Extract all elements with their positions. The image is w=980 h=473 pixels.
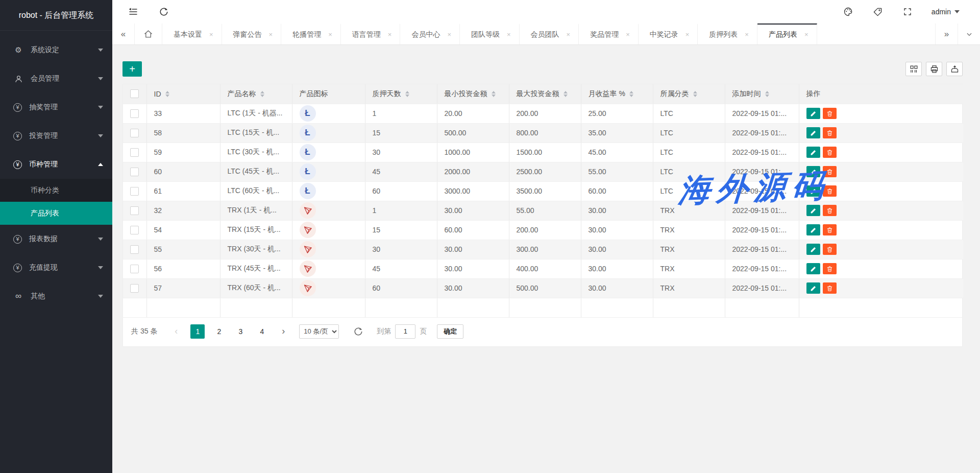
sort-desc-icon[interactable] xyxy=(564,94,568,97)
print-button[interactable] xyxy=(926,62,942,76)
sort-asc-icon[interactable] xyxy=(492,91,496,93)
column-header-最小投资金额[interactable]: 最小投资金额 xyxy=(437,84,509,104)
sort-icon[interactable] xyxy=(492,91,496,97)
sort-desc-icon[interactable] xyxy=(765,94,769,97)
row-checkbox[interactable] xyxy=(130,129,139,137)
column-header-所属分类[interactable]: 所属分类 xyxy=(653,84,725,104)
tab-团队等级[interactable]: 团队等级× xyxy=(460,23,520,44)
tab-close-icon[interactable]: × xyxy=(507,31,511,38)
row-checkbox[interactable] xyxy=(130,148,139,157)
tab-close-icon[interactable]: × xyxy=(269,31,273,38)
tab-close-icon[interactable]: × xyxy=(804,31,808,38)
column-header-质押天数[interactable]: 质押天数 xyxy=(365,84,437,104)
delete-button[interactable] xyxy=(823,147,837,158)
edit-button[interactable] xyxy=(806,108,820,119)
tab-奖品管理[interactable]: 奖品管理× xyxy=(579,23,639,44)
sort-asc-icon[interactable] xyxy=(629,91,633,93)
sidebar-item-recharge[interactable]: ¥充值提现 xyxy=(0,253,112,282)
sidebar-item-coin[interactable]: ¥币种管理 xyxy=(0,150,112,179)
tag-icon[interactable] xyxy=(872,6,884,17)
delete-button[interactable] xyxy=(823,185,837,197)
edit-button[interactable] xyxy=(806,263,820,274)
tab-质押列表[interactable]: 质押列表× xyxy=(698,23,757,44)
tab-轮播管理[interactable]: 轮播管理× xyxy=(281,23,341,44)
sort-asc-icon[interactable] xyxy=(693,91,697,93)
filter-columns-button[interactable] xyxy=(905,62,922,76)
delete-button[interactable] xyxy=(823,224,837,235)
fullscreen-icon[interactable] xyxy=(902,6,913,17)
row-checkbox[interactable] xyxy=(130,245,139,254)
edit-button[interactable] xyxy=(806,244,820,255)
tab-close-icon[interactable]: × xyxy=(388,31,392,38)
home-tab[interactable] xyxy=(135,23,162,44)
sort-asc-icon[interactable] xyxy=(260,91,264,93)
goto-page-input[interactable] xyxy=(395,324,415,339)
sort-desc-icon[interactable] xyxy=(165,94,169,97)
sort-icon[interactable] xyxy=(405,91,409,97)
delete-button[interactable] xyxy=(823,282,837,294)
sidebar-item-member[interactable]: 会员管理 xyxy=(0,64,112,93)
sort-asc-icon[interactable] xyxy=(765,91,769,93)
confirm-button[interactable]: 确定 xyxy=(437,324,463,339)
tab-弹窗公告[interactable]: 弹窗公告× xyxy=(222,23,282,44)
edit-button[interactable] xyxy=(806,147,820,158)
prev-page-button[interactable]: ‹ xyxy=(169,324,183,339)
sort-icon[interactable] xyxy=(693,91,697,97)
row-checkbox[interactable] xyxy=(130,206,139,215)
tab-close-icon[interactable]: × xyxy=(685,31,690,38)
tab-close-icon[interactable]: × xyxy=(209,31,213,38)
tab-会员中心[interactable]: 会员中心× xyxy=(400,23,460,44)
sort-icon[interactable] xyxy=(165,91,169,97)
edit-button[interactable] xyxy=(806,166,820,177)
sort-desc-icon[interactable] xyxy=(405,94,409,97)
sort-desc-icon[interactable] xyxy=(693,94,697,97)
column-header-ID[interactable]: ID xyxy=(146,84,220,104)
tab-close-icon[interactable]: × xyxy=(626,31,630,38)
tab-close-icon[interactable]: × xyxy=(745,31,749,38)
sort-asc-icon[interactable] xyxy=(165,91,169,93)
user-menu[interactable]: admin xyxy=(932,8,960,16)
column-header-添加时间[interactable]: 添加时间 xyxy=(725,84,799,104)
page-button-2[interactable]: 2 xyxy=(212,324,226,339)
delete-button[interactable] xyxy=(823,127,837,138)
edit-button[interactable] xyxy=(806,185,820,197)
edit-button[interactable] xyxy=(806,205,820,216)
sidebar-item-system[interactable]: ⚙系统设定 xyxy=(0,36,112,64)
sort-desc-icon[interactable] xyxy=(260,94,264,97)
sidebar-item-lottery[interactable]: ¥抽奖管理 xyxy=(0,93,112,122)
delete-button[interactable] xyxy=(823,244,837,255)
tab-close-icon[interactable]: × xyxy=(328,31,332,38)
theme-palette-icon[interactable] xyxy=(843,6,854,17)
tab-语言管理[interactable]: 语言管理× xyxy=(341,23,401,44)
add-button[interactable]: + xyxy=(122,61,142,77)
column-header-最大投资金额[interactable]: 最大投资金额 xyxy=(509,84,581,104)
row-checkbox[interactable] xyxy=(130,226,139,234)
collapse-menu-icon[interactable] xyxy=(128,6,139,17)
delete-button[interactable] xyxy=(823,166,837,177)
sort-icon[interactable] xyxy=(765,91,769,97)
sort-icon[interactable] xyxy=(629,91,633,97)
sort-desc-icon[interactable] xyxy=(629,94,633,97)
tab-会员团队[interactable]: 会员团队× xyxy=(520,23,579,44)
sort-desc-icon[interactable] xyxy=(492,94,496,97)
tab-中奖记录[interactable]: 中奖记录× xyxy=(639,23,698,44)
page-size-select[interactable]: 10 条/页 xyxy=(299,324,339,339)
row-checkbox[interactable] xyxy=(130,109,139,118)
page-button-4[interactable]: 4 xyxy=(255,324,269,339)
export-button[interactable] xyxy=(946,62,963,76)
sidebar-item-report[interactable]: ¥报表数据 xyxy=(0,225,112,253)
next-page-button[interactable]: › xyxy=(276,324,290,339)
sort-icon[interactable] xyxy=(260,91,264,97)
sidebar-item-invest[interactable]: ¥投资管理 xyxy=(0,122,112,150)
tab-close-icon[interactable]: × xyxy=(447,31,451,38)
row-checkbox[interactable] xyxy=(130,168,139,176)
edit-button[interactable] xyxy=(806,224,820,235)
column-header-产品名称[interactable]: 产品名称 xyxy=(220,84,292,104)
page-button-1[interactable]: 1 xyxy=(190,324,205,339)
delete-button[interactable] xyxy=(823,108,837,119)
page-button-3[interactable]: 3 xyxy=(233,324,248,339)
row-checkbox[interactable] xyxy=(130,284,139,293)
column-header-月收益率 %[interactable]: 月收益率 % xyxy=(581,84,653,104)
tabs-dropdown[interactable] xyxy=(958,23,980,44)
pager-refresh-icon[interactable] xyxy=(351,324,365,339)
